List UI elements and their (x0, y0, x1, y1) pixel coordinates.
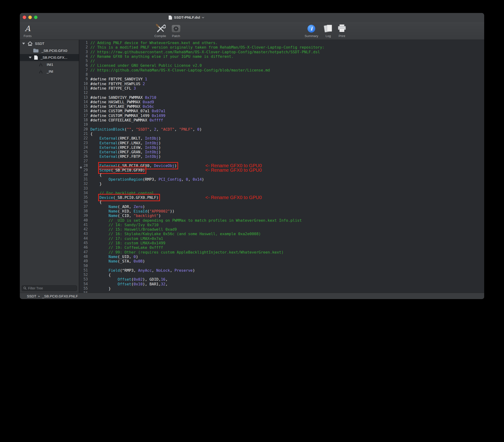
sidebar-item-gfx0-folder[interactable]: _SB.PCI0.GFX0 (20, 47, 79, 54)
compile-button[interactable]: Compile (154, 23, 166, 38)
line-number: 20 (79, 127, 88, 132)
line-number: 46 (79, 245, 88, 250)
disclosure-triangle-icon[interactable] (28, 57, 32, 58)
code-text: // 19: CoffeeLake 0xffff (90, 245, 163, 250)
line-number: 15 (79, 104, 88, 109)
line-number: 29 (79, 168, 88, 172)
line-number: 19 (79, 123, 88, 127)
filter-tree-input[interactable] (22, 285, 77, 291)
code-text: OperationRegion(RMP3, PCI_Config, 0, 0x1… (90, 177, 204, 182)
maciasl-window: SSDT-PNLF.dsl A Fonts (20, 13, 484, 299)
code-line: 20DefinitionBlock("", "SSDT", 2, "ACDT",… (79, 127, 484, 132)
patch-button[interactable]: Patch (172, 23, 180, 38)
code-text: // This is a modified PNLF version origi… (90, 45, 324, 50)
sidebar-item-ini1[interactable]: INI1 (20, 61, 79, 68)
code-text: // 14: Sandy/Ivy 0x710 (90, 223, 159, 227)
code-text: #define SKYLAKE_PWMMAX 0x56c (90, 104, 154, 109)
code-line: 22 External(RMCF.BKLT, IntObj) (79, 136, 484, 141)
code-text: Name(_ADR, Zero) (90, 205, 145, 209)
code-text: Offset(0x02), GDID,16, (90, 277, 168, 282)
code-line: 8 (79, 72, 484, 77)
code-text: Name(_UID, 0) (90, 254, 138, 259)
code-text: { (90, 173, 102, 177)
code-line: 17#define CUSTOM_PWMMAX_1499 0x1499 (79, 113, 484, 118)
code-line: 48 Name(_UID, 0) (79, 254, 484, 259)
code-line: 13#define SANDYIVY_PWMMAX 0x710 (79, 95, 484, 100)
code-text: { (90, 273, 111, 277)
compile-tools-icon (155, 23, 166, 34)
code-line: 15#define SKYLAKE_PWMMAX 0x56c (79, 104, 484, 109)
line-number: 30 (79, 173, 88, 177)
code-line: 28 External(_SB.PCI0.GFX0, DeviceObj)<- … (79, 163, 484, 168)
code-line: 40 // _UID is set depending on PWMMax to… (79, 218, 484, 223)
code-text: // _UID is set depending on PWMMax to ma… (90, 218, 302, 223)
code-line: 34 // For backlight control (79, 191, 484, 195)
line-number: 32 (79, 182, 88, 186)
breadcrumb-root[interactable]: SSDT (27, 294, 36, 298)
code-line: 31 OperationRegion(RMP3, PCI_Config, 0, … (79, 177, 484, 182)
desktop-background: SSDT-PNLF.dsl A Fonts (0, 0, 504, 442)
sidebar-item-ssdt[interactable]: SSDT (20, 40, 79, 47)
sidebar-item-gfx0-scope-selected[interactable]: _SB.PCI0.GFX... (20, 54, 79, 61)
code-text: #define FBTYPE_CFL 3 (90, 86, 136, 90)
chevron-down-icon[interactable] (202, 17, 204, 18)
window-title-text: SSDT-PNLF.dsl (174, 15, 200, 19)
code-text: External(_SB.PCI0.GFX0, DeviceObj) (90, 163, 177, 168)
code-text: // Licensed under GNU General Public Lic… (90, 63, 202, 68)
code-text: Scope(_SB.PCI0.GFX0) (90, 168, 145, 172)
printer-icon (337, 23, 347, 34)
print-button[interactable]: Print (337, 23, 347, 38)
code-line: 37 Name(_ADR, Zero) (79, 205, 484, 209)
line-number: 14 (79, 100, 88, 104)
line-number: 7 (79, 68, 88, 72)
code-text: #define CUSTOM_PWMMAX_1499 0x1499 (90, 113, 165, 118)
line-number: 51 (79, 268, 88, 273)
code-line: 35 Device(_SB.PCI0.GFX0.PNLF)<- Rename G… (79, 195, 484, 200)
line-number: 8 (79, 72, 88, 77)
line-number: 41 (79, 223, 88, 227)
code-line: 7// https://github.com/RehabMan/OS-X-Clo… (79, 68, 484, 72)
minimize-button[interactable] (28, 16, 32, 19)
breadcrumb-leaf[interactable]: _SB.PCI0.GFX0.PNLF (42, 294, 78, 298)
line-number: 6 (79, 63, 88, 68)
code-line: 25 External(RMCF.GRAN, IntObj) (79, 150, 484, 154)
close-button[interactable] (23, 16, 26, 19)
titlebar: SSDT-PNLF.dsl (20, 13, 484, 22)
code-line: 6// Licensed under GNU General Public Li… (79, 63, 484, 68)
code-line: 54 Offset(0x10), BAR1,32, (79, 282, 484, 286)
code-editor[interactable]: 1// Adding PNLF device for WhateverGreen… (79, 40, 484, 293)
code-text: #define FBTYPE_SANDYIVY 1 (90, 77, 147, 81)
filter-tree-field (22, 285, 77, 291)
code-line: 55 } (79, 286, 484, 291)
code-text: { (90, 132, 93, 136)
code-text: External(RMCF.GRAN, IntObj) (90, 150, 161, 154)
info-icon: i (307, 23, 315, 34)
code-text: { (90, 200, 102, 204)
code-line: 50 (79, 264, 484, 268)
code-text: // 17: custom LMAX=0x7a1 (90, 236, 163, 241)
code-lines[interactable]: 1// Adding PNLF device for WhateverGreen… (79, 40, 484, 293)
code-text: // For backlight control (90, 191, 154, 195)
log-button[interactable]: Log (323, 23, 333, 38)
sidebar-item-ini[interactable]: _INI (20, 68, 79, 75)
code-line: 21{ (79, 132, 484, 136)
disclosure-triangle-icon[interactable] (22, 43, 25, 45)
code-line: 38 Name(_HID, EisaId("APP0002")) (79, 209, 484, 213)
line-number: 38 (79, 209, 88, 213)
line-number: 45 (79, 241, 88, 245)
code-line: 41 // 14: Sandy/Ivy 0x710 (79, 223, 484, 227)
fonts-button[interactable]: A Fonts (24, 23, 32, 38)
line-number: 53 (79, 277, 88, 282)
code-line: 3// https://raw.githubusercontent.com/Re… (79, 50, 484, 54)
code-line: 33 (79, 186, 484, 191)
code-text: // 99: Other (requires custom AppleBackl… (90, 250, 284, 254)
code-text: } (90, 286, 111, 291)
print-label: Print (339, 34, 345, 38)
red-annotation-text: <- Rename GFX0 to GPU0 (205, 195, 262, 200)
code-line: 23 External(RMCF.LMAX, IntObj) (79, 141, 484, 145)
zoom-button[interactable] (34, 16, 37, 19)
summary-button[interactable]: i Summary (305, 23, 318, 38)
code-text: Device(_SB.PCI0.GFX0.PNLF) (90, 195, 159, 200)
line-number: 12 (79, 90, 88, 95)
code-text: External(RMCF.LEVW, IntObj) (90, 145, 161, 150)
